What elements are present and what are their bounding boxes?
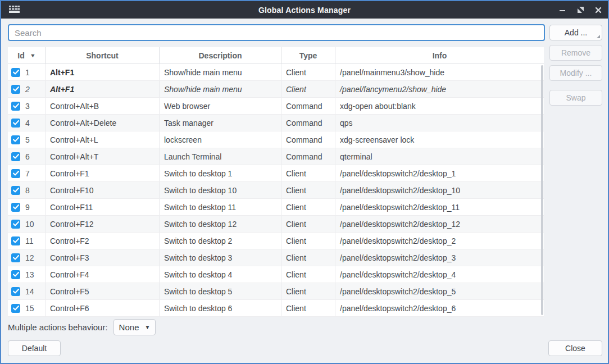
- table-row[interactable]: 3Control+Alt+BWeb browserCommandxdg-open…: [8, 98, 544, 115]
- cell-info: /panel/mainmenu3/show_hide: [335, 64, 544, 80]
- cell-info: /panel/fancymenu2/show_hide: [335, 81, 544, 97]
- cell-id: 15: [8, 300, 46, 316]
- restore-icon[interactable]: [575, 5, 585, 15]
- cell-description: Switch to desktop 12: [160, 216, 281, 232]
- cell-type: Client: [281, 64, 335, 80]
- cell-shortcut: Control+F2: [46, 233, 160, 249]
- table-row[interactable]: 5Control+Alt+LlockscreenCommandxdg-scree…: [8, 131, 544, 148]
- table-header: Id ▼ Shortcut Description Type Info: [8, 47, 544, 64]
- cell-description: Switch to desktop 4: [160, 266, 281, 283]
- table-row[interactable]: 13Control+F4Switch to desktop 4Client/pa…: [8, 266, 544, 283]
- row-id-value: 15: [25, 304, 34, 313]
- cell-id: 14: [8, 283, 46, 299]
- behaviour-row: Multiple actions behaviour: None ▼: [8, 319, 156, 335]
- column-header-info[interactable]: Info: [335, 47, 544, 63]
- cell-type: Command: [281, 115, 335, 131]
- row-enabled-checkbox[interactable]: [11, 203, 20, 212]
- row-enabled-checkbox[interactable]: [11, 186, 20, 195]
- table-row[interactable]: 7Control+F1Switch to desktop 1Client/pan…: [8, 165, 544, 182]
- column-header-description[interactable]: Description: [160, 47, 281, 63]
- row-enabled-checkbox[interactable]: [11, 253, 20, 262]
- table-row[interactable]: 11Control+F2Switch to desktop 2Client/pa…: [8, 233, 544, 249]
- minimize-icon[interactable]: [557, 5, 567, 15]
- row-enabled-checkbox[interactable]: [11, 135, 20, 144]
- cell-info: xdg-open about:blank: [335, 98, 544, 114]
- table-body: 1Alt+F1Show/hide main menuClient/panel/m…: [8, 64, 544, 317]
- cell-shortcut: Control+Alt+T: [46, 148, 160, 165]
- row-enabled-checkbox[interactable]: [11, 220, 20, 229]
- row-enabled-checkbox[interactable]: [11, 236, 20, 245]
- cell-info: /panel/desktopswitch2/desktop_11: [335, 199, 544, 215]
- column-header-id[interactable]: Id ▼: [8, 47, 46, 63]
- close-icon[interactable]: [593, 5, 603, 15]
- row-id-value: 8: [25, 186, 30, 195]
- row-id-value: 1: [25, 68, 30, 77]
- row-enabled-checkbox[interactable]: [11, 152, 20, 161]
- row-enabled-checkbox[interactable]: [11, 85, 20, 94]
- cell-type: Client: [281, 283, 335, 299]
- cell-id: 10: [8, 216, 46, 232]
- cell-shortcut: Alt+F1: [46, 64, 160, 80]
- table-row[interactable]: 2Alt+F1Show/hide main menuClient/panel/f…: [8, 81, 544, 98]
- cell-description: Launch Terminal: [160, 148, 281, 165]
- table-scrollbar[interactable]: [541, 65, 543, 315]
- cell-info: xdg-screensaver lock: [335, 131, 544, 148]
- add-button[interactable]: Add ...: [549, 25, 602, 40]
- shortcuts-table: Id ▼ Shortcut Description Type Info 1Alt…: [8, 47, 544, 317]
- row-enabled-checkbox[interactable]: [11, 102, 20, 111]
- row-enabled-checkbox[interactable]: [11, 270, 20, 279]
- table-row[interactable]: 15Control+F6Switch to desktop 6Client/pa…: [8, 300, 544, 317]
- cell-description: lockscreen: [160, 131, 281, 148]
- column-header-shortcut[interactable]: Shortcut: [46, 47, 160, 63]
- cell-description: Switch to desktop 3: [160, 249, 281, 266]
- cell-id: 12: [8, 249, 46, 266]
- cell-type: Client: [281, 300, 335, 316]
- table-row[interactable]: 9Control+F11Switch to desktop 11Client/p…: [8, 199, 544, 216]
- cell-description: Switch to desktop 11: [160, 199, 281, 215]
- cell-type: Command: [281, 131, 335, 148]
- row-id-value: 3: [25, 102, 30, 111]
- cell-shortcut: Control+Alt+L: [46, 131, 160, 148]
- behaviour-label: Multiple actions behaviour:: [8, 322, 108, 332]
- remove-button[interactable]: Remove: [549, 45, 602, 61]
- row-enabled-checkbox[interactable]: [11, 119, 20, 128]
- table-row[interactable]: 6Control+Alt+TLaunch TerminalCommandqter…: [8, 148, 544, 165]
- row-enabled-checkbox[interactable]: [11, 169, 20, 178]
- search-input[interactable]: [8, 24, 545, 41]
- column-header-type[interactable]: Type: [281, 47, 335, 63]
- row-id-value: 9: [25, 203, 30, 212]
- cell-shortcut: Control+F3: [46, 249, 160, 266]
- cell-type: Client: [281, 165, 335, 181]
- window-controls: [557, 1, 603, 19]
- row-id-value: 11: [25, 236, 34, 245]
- row-enabled-checkbox[interactable]: [11, 304, 20, 313]
- add-button-label: Add ...: [565, 28, 587, 37]
- cell-shortcut: Control+F5: [46, 283, 160, 299]
- close-button[interactable]: Close: [548, 340, 602, 356]
- table-row[interactable]: 8Control+F10Switch to desktop 10Client/p…: [8, 182, 544, 199]
- cell-info: /panel/desktopswitch2/desktop_12: [335, 216, 544, 232]
- modify-button[interactable]: Modify ...: [549, 65, 602, 81]
- behaviour-select[interactable]: None ▼: [113, 319, 156, 335]
- cell-shortcut: Control+F6: [46, 300, 160, 316]
- table-row[interactable]: 14Control+F5Switch to desktop 5Client/pa…: [8, 283, 544, 300]
- cell-id: 2: [8, 81, 46, 97]
- default-button[interactable]: Default: [8, 340, 61, 356]
- cell-id: 8: [8, 182, 46, 198]
- row-id-value: 14: [25, 287, 34, 296]
- cell-shortcut: Control+F4: [46, 266, 160, 283]
- window-title: Global Actions Manager: [1, 6, 608, 15]
- cell-description: Show/hide main menu: [160, 64, 281, 80]
- table-row[interactable]: 1Alt+F1Show/hide main menuClient/panel/m…: [8, 64, 544, 81]
- row-enabled-checkbox[interactable]: [11, 68, 20, 77]
- row-id-value: 12: [25, 253, 34, 262]
- table-row[interactable]: 12Control+F3Switch to desktop 3Client/pa…: [8, 249, 544, 266]
- row-enabled-checkbox[interactable]: [11, 287, 20, 296]
- row-id-value: 4: [25, 119, 30, 128]
- titlebar: Global Actions Manager: [1, 1, 608, 19]
- table-row[interactable]: 10Control+F12Switch to desktop 12Client/…: [8, 216, 544, 233]
- cell-description: Switch to desktop 10: [160, 182, 281, 198]
- table-row[interactable]: 4Control+Alt+DeleteTask managerCommandqp…: [8, 115, 544, 131]
- swap-button[interactable]: Swap: [549, 90, 602, 106]
- row-id-value: 2: [25, 85, 30, 94]
